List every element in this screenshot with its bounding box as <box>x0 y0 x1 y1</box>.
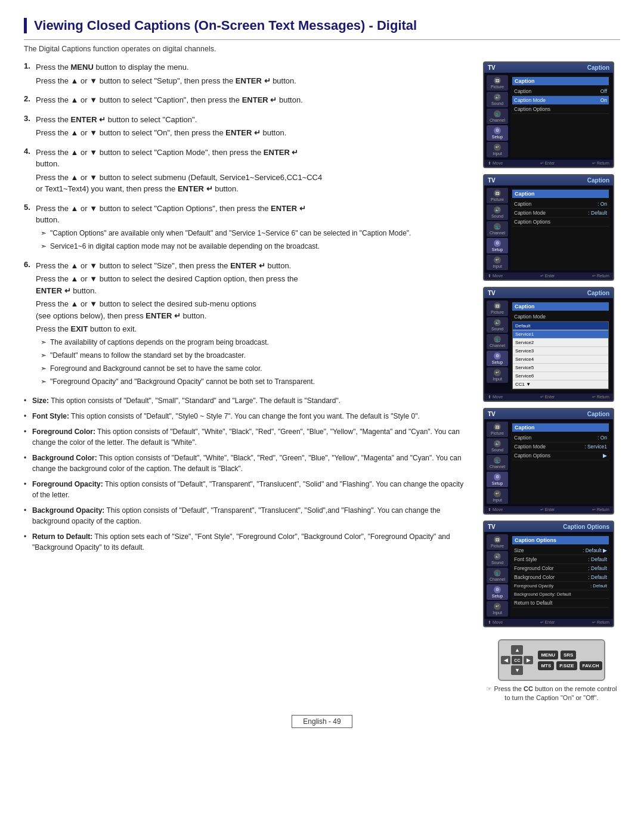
tv-s2-picture: 🖼 Picture <box>487 188 508 203</box>
tv-sidebar-1: 🖼 Picture 🔊 Sound 📺 Channel ⚙ <box>487 75 508 157</box>
tv-header-3: TV Caption <box>484 288 613 298</box>
tv-s2-setup: ⚙ Setup <box>487 238 508 253</box>
bullet-size: • Size: This option consists of "Default… <box>24 395 471 406</box>
step-num-2: 2. <box>24 94 32 108</box>
intro-text: The Digital Captions function operates o… <box>24 45 620 53</box>
tv-sidebar-4: 🖼 Picture 🔊 Sound 📺 Channel ⚙ <box>487 422 508 504</box>
tv-sidebar-channel: 📺 Channel <box>487 109 508 124</box>
bullet-font-style: • Font Style: This option consists of "D… <box>24 411 471 422</box>
remote-caption-note: ☞ Press the CC button on the remote cont… <box>486 685 617 703</box>
tv-screen-1: TV Caption 🖼 Picture 🔊 Sound <box>483 61 614 168</box>
tv-s3-channel: 📺 Channel <box>487 334 508 349</box>
tv-content-4: Caption Caption: On Caption Mode: Servic… <box>510 422 611 504</box>
step-content-1: Press the MENU button to display the men… <box>36 61 471 88</box>
tv-s5-input: ↵ Input <box>487 601 508 617</box>
bullet-fg-color: • Foreground Color: This option consists… <box>24 426 471 448</box>
remote-mts-btn: MTS <box>538 661 554 670</box>
tv-header-2: TV Caption <box>484 175 613 185</box>
tv-sidebar-3: 🖼 Picture 🔊 Sound 📺 Channel ⚙ <box>487 301 508 391</box>
tv-s5-sound: 🔊 Sound <box>487 551 508 566</box>
bullet-bg-color: • Background Color: This option consists… <box>24 453 471 474</box>
remote-area: ▲ ◀ CC ▶ ▼ MENU SRS <box>483 639 620 703</box>
bullet-section: • Size: This option consists of "Default… <box>24 395 471 553</box>
step-content-3: Press the ENTER ↵ button to select "Capt… <box>36 114 471 141</box>
tv-screen-2: TV Caption 🖼 Picture 🔊 Sound <box>483 174 614 281</box>
right-column: TV Caption 🖼 Picture 🔊 Sound <box>483 61 620 703</box>
tv-s5-channel: 📺 Channel <box>487 568 508 583</box>
page-title: Viewing Closed Captions (On-Screen Text … <box>34 18 620 33</box>
step-4: 4. Press the ▲ or ▼ button to select "Ca… <box>24 147 471 197</box>
step-num-5: 5. <box>24 203 32 254</box>
step-content-2: Press the ▲ or ▼ button to select "Capti… <box>36 94 471 108</box>
title-bar: Viewing Closed Captions (On-Screen Text … <box>24 18 620 33</box>
tv-content-1: Caption CaptionOff Caption ModeOn Captio… <box>510 75 611 157</box>
step-num-4: 4. <box>24 147 32 197</box>
tv-s3-picture: 🖼 Picture <box>487 301 508 316</box>
tv-screen-3: TV Caption 🖼 Picture 🔊 Sound <box>483 287 614 402</box>
step-num-3: 3. <box>24 114 32 141</box>
tv-dropdown-3: Default Service1 Service2 Service3 Servi… <box>512 321 609 389</box>
main-layout: 1. Press the MENU button to display the … <box>24 61 620 703</box>
tv-s5-setup: ⚙ Setup <box>487 584 508 600</box>
tv-content-5: Caption Options Size: Default ▶ Font Sty… <box>510 534 611 617</box>
tv-s3-sound: 🔊 Sound <box>487 317 508 333</box>
step-content-4: Press the ▲ or ▼ button to select "Capti… <box>36 147 471 197</box>
remote-favch-btn: FAV.CH <box>580 661 602 670</box>
tv-s4-channel: 📺 Channel <box>487 455 508 470</box>
bullet-return-default: • Return to Default: This option sets ea… <box>24 531 471 553</box>
tv-sidebar-picture: 🖼 Picture <box>487 75 508 91</box>
tv-sidebar-2: 🖼 Picture 🔊 Sound 📺 Channel ⚙ <box>487 188 508 270</box>
note-5-2: ➣ Service1~6 in digital caption mode may… <box>36 241 471 252</box>
step-content-5: Press the ▲ or ▼ button to select "Capti… <box>36 203 471 254</box>
tv-s3-input: ↵ Input <box>487 367 508 383</box>
step-1: 1. Press the MENU button to display the … <box>24 61 471 88</box>
tv-s5-picture: 🖼 Picture <box>487 534 508 550</box>
tv-sidebar-sound: 🔊 Sound <box>487 92 508 107</box>
tv-s2-sound: 🔊 Sound <box>487 205 508 220</box>
tv-header-4: TV Caption <box>484 409 613 419</box>
tv-s2-channel: 📺 Channel <box>487 221 508 237</box>
tv-s4-setup: ⚙ Setup <box>487 472 508 487</box>
tv-s2-input: ↵ Input <box>487 255 508 270</box>
left-column: 1. Press the MENU button to display the … <box>24 61 471 703</box>
tv-sidebar-input: ↵ Input <box>487 142 508 157</box>
remote-srs-btn: SRS <box>561 651 576 659</box>
footer-label: English - 49 <box>292 715 352 728</box>
tv-header-1: TV Caption <box>484 63 613 73</box>
bullet-bg-opacity: • Background Opacity: This option consis… <box>24 505 471 527</box>
step-5: 5. Press the ▲ or ▼ button to select "Ca… <box>24 203 471 254</box>
note-6-2: ➣ "Default" means to follow the standard… <box>36 350 471 361</box>
step-content-6: Press the ▲ or ▼ button to select "Size"… <box>36 260 471 389</box>
note-6-3: ➣ Foreground and Background cannot be se… <box>36 363 471 374</box>
step-num-6: 6. <box>24 260 32 389</box>
tv-s3-setup: ⚙ Setup <box>487 351 508 366</box>
step-3: 3. Press the ENTER ↵ button to select "C… <box>24 114 471 141</box>
tv-content-3: Caption Caption Mode Default Service1 Se… <box>510 301 611 391</box>
page-footer: English - 49 <box>24 715 620 728</box>
note-5-1: ➣ "Caption Options" are available only w… <box>36 228 471 239</box>
page-container: Viewing Closed Captions (On-Screen Text … <box>24 18 620 728</box>
tv-screen-4: TV Caption 🖼 Picture 🔊 Sound <box>483 408 614 515</box>
tv-sidebar-setup: ⚙ Setup <box>487 125 508 141</box>
tv-s4-sound: 🔊 Sound <box>487 438 508 454</box>
step-num-1: 1. <box>24 61 32 88</box>
note-6-1: ➣ The availability of captions depends o… <box>36 337 471 348</box>
tv-content-2: Caption Caption: On Caption Mode: Defaul… <box>510 188 611 270</box>
tv-screen-5: TV Caption Options 🖼 Picture 🔊 Sound <box>483 521 614 627</box>
step-2: 2. Press the ▲ or ▼ button to select "Ca… <box>24 94 471 108</box>
note-6-4: ➣ "Foreground Opacity" and "Background O… <box>36 376 471 387</box>
remote-psize-btn: P.SIZE <box>556 661 577 670</box>
tv-header-5: TV Caption Options <box>484 522 613 532</box>
tv-s4-input: ↵ Input <box>487 488 508 504</box>
step-6: 6. Press the ▲ or ▼ button to select "Si… <box>24 260 471 389</box>
remote-menu-btn: MENU <box>538 651 558 659</box>
tv-s4-picture: 🖼 Picture <box>487 422 508 437</box>
tv-sidebar-5: 🖼 Picture 🔊 Sound 📺 Channel ⚙ <box>487 534 508 617</box>
bullet-fg-opacity: • Foreground Opacity: This option consis… <box>24 479 471 500</box>
